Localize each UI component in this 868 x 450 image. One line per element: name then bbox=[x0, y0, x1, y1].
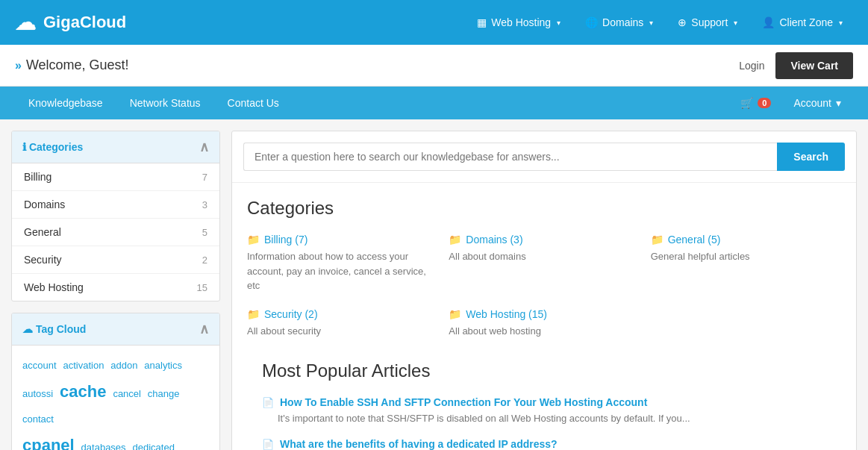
tag-contact[interactable]: contact bbox=[22, 413, 54, 425]
category-domains-link[interactable]: 📁 Domains (3) bbox=[449, 234, 639, 246]
sidebar-item-billing[interactable]: Billing 7 bbox=[12, 163, 219, 191]
category-general-desc: General helpful articles bbox=[651, 249, 841, 264]
secondary-nav-links: Knowledgebase Network Status Contact Us bbox=[15, 88, 730, 118]
billing-label: Billing bbox=[24, 171, 51, 183]
article-ssh-sftp-title: How To Enable SSH And SFTP Connection Fo… bbox=[280, 396, 647, 408]
article-ssh-sftp: 📄 How To Enable SSH And SFTP Connection … bbox=[262, 396, 826, 426]
category-general: 📁 General (5) General helpful articles bbox=[651, 234, 841, 293]
nav-knowledgebase[interactable]: Knowledgebase bbox=[15, 88, 116, 118]
categories-section: Categories 📁 Billing (7) Information abo… bbox=[232, 183, 856, 450]
category-billing-label: Billing (7) bbox=[264, 234, 307, 246]
categories-grid: 📁 Billing (7) Information about how to a… bbox=[247, 234, 841, 338]
sidebar-item-general[interactable]: General 5 bbox=[12, 219, 219, 246]
category-domains-desc: All about domains bbox=[449, 249, 639, 264]
general-count: 5 bbox=[202, 227, 207, 238]
view-cart-button[interactable]: View Cart bbox=[775, 52, 853, 79]
category-general-link[interactable]: 📁 General (5) bbox=[651, 234, 841, 246]
categories-panel: ℹ Categories ∧ Billing 7 Domains 3 Gener… bbox=[11, 131, 220, 301]
secondary-navigation: Knowledgebase Network Status Contact Us … bbox=[0, 87, 868, 119]
security-label: Security bbox=[24, 254, 62, 266]
nav-support[interactable]: ⊕ Support ▾ bbox=[667, 10, 748, 34]
nav-web-hosting[interactable]: ▦ Web Hosting ▾ bbox=[466, 10, 571, 34]
collapse-icon[interactable]: ∧ bbox=[199, 139, 209, 155]
nav-client-zone[interactable]: 👤 Client Zone ▾ bbox=[752, 10, 853, 34]
support-icon: ⊕ bbox=[678, 16, 687, 28]
web-hosting-label: Web Hosting bbox=[24, 281, 84, 293]
main-content: ℹ Categories ∧ Billing 7 Domains 3 Gener… bbox=[0, 119, 868, 450]
categories-title: Categories bbox=[247, 198, 841, 219]
nav-network-status[interactable]: Network Status bbox=[116, 88, 214, 118]
folder-icon: 📁 bbox=[449, 234, 461, 246]
article-ssh-sftp-desc: It's important to note that SSH/SFTP is … bbox=[262, 411, 826, 426]
top-navigation: ☁ GigaCloud ▦ Web Hosting ▾ 🌐 Domains ▾ … bbox=[0, 0, 868, 45]
tag-dedicated[interactable]: dedicated bbox=[132, 442, 174, 450]
category-security-desc: All about security bbox=[247, 324, 437, 339]
article-dedicated-ip-title: What are the benefits of having a dedica… bbox=[280, 438, 558, 450]
tag-analytics[interactable]: analytics bbox=[144, 360, 182, 371]
welcome-message: Welcome, Guest! bbox=[26, 57, 739, 73]
cart-badge[interactable]: 🛒 0 bbox=[730, 91, 781, 115]
user-icon: 👤 bbox=[762, 16, 775, 28]
secondary-nav-right: 🛒 0 Account ▾ bbox=[730, 88, 853, 118]
category-billing-link[interactable]: 📁 Billing (7) bbox=[247, 234, 437, 246]
article-dedicated-ip-link[interactable]: 📄 What are the benefits of having a dedi… bbox=[262, 438, 826, 450]
category-web-hosting-desc: All about web hosting bbox=[449, 324, 639, 339]
brand-name: GigaCloud bbox=[43, 13, 126, 32]
tag-cloud-panel-header: ☁ Tag Cloud ∧ bbox=[12, 313, 219, 346]
nav-contact-us[interactable]: Contact Us bbox=[214, 88, 293, 118]
categories-list: Billing 7 Domains 3 General 5 Security 2… bbox=[12, 163, 219, 301]
category-domains-label: Domains (3) bbox=[466, 234, 522, 246]
login-link[interactable]: Login bbox=[739, 60, 764, 72]
account-label: Account bbox=[793, 97, 831, 109]
category-security-label: Security (2) bbox=[264, 308, 318, 320]
tag-activation[interactable]: activation bbox=[63, 360, 104, 371]
tag-autossi[interactable]: autossi bbox=[22, 388, 53, 399]
search-input[interactable] bbox=[243, 143, 777, 171]
popular-articles-title: Most Popular Articles bbox=[262, 360, 826, 381]
tag-cloud-panel: ☁ Tag Cloud ∧ account activation addon a… bbox=[11, 313, 220, 450]
web-hosting-icon: ▦ bbox=[477, 16, 487, 28]
popular-articles-section: Most Popular Articles 📄 How To Enable SS… bbox=[247, 360, 841, 450]
folder-icon: 📁 bbox=[247, 308, 260, 320]
folder-icon: 📁 bbox=[449, 308, 461, 320]
globe-icon: 🌐 bbox=[585, 16, 598, 28]
chevron-down-icon: ▾ bbox=[557, 19, 561, 27]
domains-label: Domains bbox=[24, 199, 65, 210]
search-button[interactable]: Search bbox=[777, 143, 845, 171]
sidebar-item-domains[interactable]: Domains 3 bbox=[12, 191, 219, 219]
search-bar: Search bbox=[232, 131, 856, 183]
welcome-arrows: » bbox=[15, 59, 22, 72]
category-domains: 📁 Domains (3) All about domains bbox=[449, 234, 639, 293]
tag-addon[interactable]: addon bbox=[110, 360, 137, 371]
article-dedicated-ip: 📄 What are the benefits of having a dedi… bbox=[262, 438, 826, 451]
tag-account[interactable]: account bbox=[22, 360, 57, 371]
tag-cancel[interactable]: cancel bbox=[113, 388, 141, 399]
tag-cpanel[interactable]: cpanel bbox=[22, 436, 75, 450]
article-icon: 📄 bbox=[262, 439, 274, 450]
cloud-icon: ☁ bbox=[22, 323, 36, 335]
tag-cloud-header-label: ☁ Tag Cloud bbox=[22, 323, 86, 335]
account-button[interactable]: Account ▾ bbox=[781, 88, 853, 118]
article-ssh-sftp-link[interactable]: 📄 How To Enable SSH And SFTP Connection … bbox=[262, 396, 826, 408]
tag-change[interactable]: change bbox=[148, 388, 180, 399]
sidebar-item-web-hosting[interactable]: Web Hosting 15 bbox=[12, 274, 219, 301]
tag-cache[interactable]: cache bbox=[60, 382, 106, 401]
logo-icon: ☁ bbox=[15, 10, 36, 35]
tag-databases[interactable]: databases bbox=[81, 442, 126, 450]
nav-domains[interactable]: 🌐 Domains ▾ bbox=[575, 10, 664, 34]
sidebar-item-security[interactable]: Security 2 bbox=[12, 246, 219, 274]
category-web-hosting-link[interactable]: 📁 Web Hosting (15) bbox=[449, 308, 639, 320]
folder-icon: 📁 bbox=[651, 234, 664, 246]
article-icon: 📄 bbox=[262, 397, 274, 408]
category-security-link[interactable]: 📁 Security (2) bbox=[247, 308, 437, 320]
category-security: 📁 Security (2) All about security bbox=[247, 308, 437, 339]
folder-icon: 📁 bbox=[247, 234, 260, 246]
web-hosting-count: 15 bbox=[197, 282, 207, 293]
logo[interactable]: ☁ GigaCloud bbox=[15, 10, 126, 35]
chevron-down-icon: ▾ bbox=[836, 97, 841, 109]
top-nav-links: ▦ Web Hosting ▾ 🌐 Domains ▾ ⊕ Support ▾ … bbox=[466, 10, 853, 34]
collapse-icon[interactable]: ∧ bbox=[199, 321, 209, 337]
welcome-bar: » Welcome, Guest! Login View Cart bbox=[0, 45, 868, 87]
categories-panel-header: ℹ Categories ∧ bbox=[12, 131, 219, 163]
billing-count: 7 bbox=[202, 172, 207, 183]
